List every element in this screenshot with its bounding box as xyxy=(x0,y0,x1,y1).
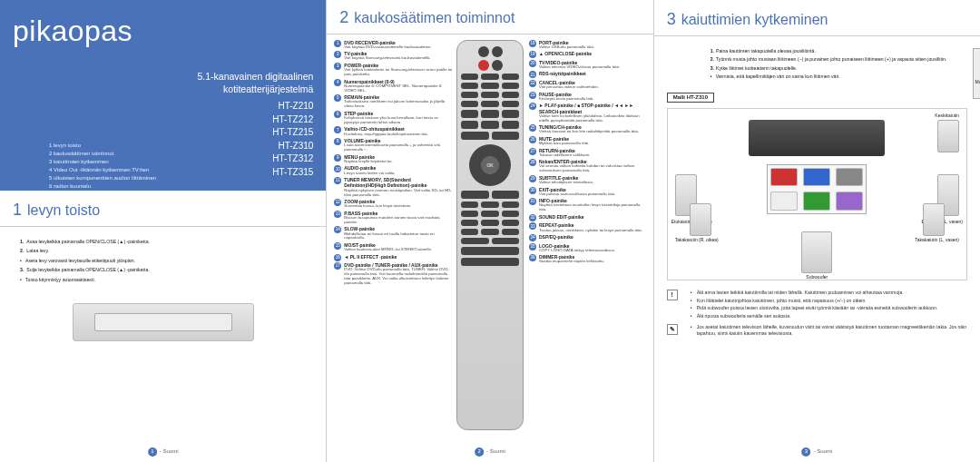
legend-item: 19▲ OPEN/CLOSE-painike xyxy=(529,51,648,58)
legend-item: 8VOLUME-painikeLisää äänenvoimakkuutta p… xyxy=(334,138,453,152)
legend-item: 28Nokan/ENTER-painikeVoi seurata valkon … xyxy=(529,159,648,173)
subtitle: 5.1-kanavainen digitaalinen kotiteatteri… xyxy=(13,71,313,95)
section3-steps: 1.Paina kauttimen takapuolella olevaa jo… xyxy=(667,48,967,83)
legend-item: 14SLOW-painikeMahdollistaa eri kuvan eri… xyxy=(334,226,453,241)
legend-item: 12ZOOM-painikeSuurentaa kuvaa, kun levyä… xyxy=(334,199,453,209)
legend-item: 13P.BASS-painikeBasson tasapainoa matali… xyxy=(334,211,453,225)
legend-item: 25TUNING/CH-painikeVirittää kanavat tai … xyxy=(529,124,648,134)
section2-title: 2 kaukosäätimen toiminnot xyxy=(327,0,652,34)
remote-illustration xyxy=(456,40,524,430)
legend-item: 29SUBTITLE-painikeValitse tekstityksen t… xyxy=(529,175,648,185)
legend-item: 9MENU-painikeNäyttää levylle kirjoitetut… xyxy=(334,154,453,164)
legend-item: 5REMAIN-painikeTarkistaaksesi nimikkeen … xyxy=(334,94,453,109)
legend-item: 36DIMMER-painikeSäätää etupaneelin näytö… xyxy=(529,254,648,264)
section1-steps: 1.Avaa levykelkka painamalla OPEN/CLOSE … xyxy=(0,231,326,294)
legend-item: 15MO/ST-painikeValitse kaukona-alue MONO… xyxy=(334,242,453,252)
legend-item: 22CANCEL-painikeVoit peruuttaa valitun v… xyxy=(529,80,648,90)
section3-title: 3 kaiuttimien kytkeminen xyxy=(654,0,980,36)
legend-item: 31INFO-painikeNäyttää toistettava muuttu… xyxy=(529,198,648,212)
legend-item: 18PORT-painikeValitse USB-tila painamall… xyxy=(529,40,648,50)
terminal-illustration: Musta Punainen xyxy=(973,48,980,99)
remote-legend-right: 18PORT-painikeValitse USB-tila painamall… xyxy=(527,40,648,463)
legend-item: 1DVD RECEIVER-painikeVoit käyttää DVD-va… xyxy=(334,40,453,50)
wiring-diagram: Keskikaiutin Etukaiutin (R, oikea) Etuka… xyxy=(667,108,967,280)
doc-title: pikaopas xyxy=(13,13,313,49)
legend-item: 26MUTE-painikeMykistä ääni painamalla tä… xyxy=(529,136,648,146)
legend-item: 2TV-painikeVoit käyttää Samsung-televisi… xyxy=(334,51,453,61)
legend-item: 23PAUSE-painikeKeskeytä toisto painamall… xyxy=(529,92,648,102)
model-label: Malli HT-Z310 xyxy=(667,93,714,103)
page-footer-1: 1- Suomi xyxy=(148,447,179,457)
legend-item: 6STEP-painikeKehyksissä toistoon yksi ku… xyxy=(334,111,453,125)
legend-item: 4Numeropainikkeet (0-9)Numeropainike 6: … xyxy=(334,79,453,93)
legend-item: 20TV/VIDEO-painikeValitse televisio VIDE… xyxy=(529,60,648,70)
legend-item: 17DVD-painike / TUNER-painike / AUX-pain… xyxy=(334,262,453,286)
remote-legend-left: 1DVD RECEIVER-painikeVoit käyttää DVD-va… xyxy=(332,40,453,463)
legend-item: 32SOUND EDIT-painike xyxy=(529,214,648,221)
warning-icon: ! xyxy=(667,290,678,300)
legend-item: 27RETURN-painikeTakaisin edelliseen vali… xyxy=(529,148,648,158)
legend-item: 10AUDIO-painikeLevyn äänen kielen voi va… xyxy=(334,165,453,175)
page-footer-2: 2- Suomi xyxy=(475,447,505,457)
legend-item: 11TUNER MEMORY, SD(Standard Definition)/… xyxy=(334,177,453,197)
legend-item: 35LOGO-painikeCOPY LOGO DATA näkyy telev… xyxy=(529,243,648,253)
legend-item: 16◄ PL II EFFECT -painike xyxy=(334,254,453,261)
note-icon: ✎ xyxy=(667,324,678,335)
legend-item: 33REPEAT-painikeToistaa jakson, nimikkee… xyxy=(529,222,648,232)
player-illustration xyxy=(73,303,254,341)
legend-item: 3POWER-painikeVoit kytkeä kotiteatterin … xyxy=(334,63,453,77)
page-footer-3: 3- Suomi xyxy=(801,447,832,457)
section1-title: 1 levyn toisto xyxy=(0,191,326,227)
table-of-contents: 1 levyn toisto 2 kaukosäätimen toiminnot… xyxy=(13,142,156,191)
notes: ! Älä anna lasten leikkiä kaiuttimilla t… xyxy=(667,286,967,341)
legend-item: 24► PLAY-painike / ■ STOP-painike / ◄◄ ►… xyxy=(529,103,648,123)
legend-item: 30EXIT-painikeVoit poistua asetusvalikos… xyxy=(529,187,648,197)
legend-item: 34DSP/EQ-painike xyxy=(529,234,648,241)
legend-item: 21RDS-näyttöpainikkeet xyxy=(529,71,648,78)
legend-item: 7Vaihto-/CD-ohituspainikkeetKuvituksia, … xyxy=(334,126,453,136)
